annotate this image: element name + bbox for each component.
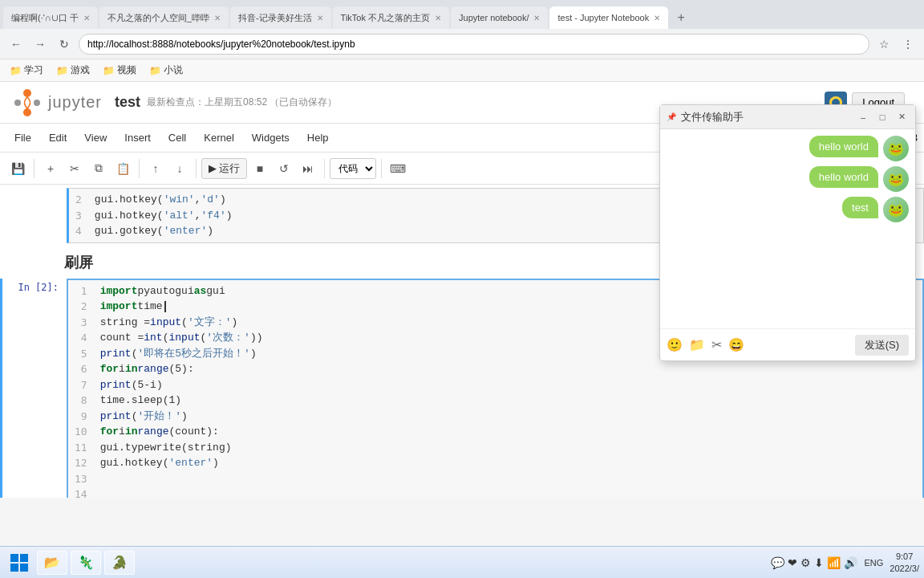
app2-icon: 🐊 [111,555,128,570]
move-up-button[interactable]: ↑ [144,157,167,180]
download-tray-icon[interactable]: ⬇ [814,556,824,569]
bookmark-video[interactable]: 📁 视频 [99,62,140,79]
cell-type-select[interactable]: 代码 [330,158,376,179]
bookmark-fiction[interactable]: 📁 小说 [146,62,186,79]
taskbar-app2[interactable]: 🐊 [104,551,135,575]
tab-5-label: Jupyter notebook/ [459,13,529,22]
chat-messages: hello world 🐸 hello world 🐸 test 🐸 [660,129,915,328]
menu-cell[interactable]: Cell [160,128,194,147]
tab-1[interactable]: 编程啊(·'∩∪口 干 ✕ [3,6,98,29]
save-button[interactable]: 💾 [6,157,29,180]
svg-rect-8 [20,554,28,562]
date-display: 2022/3/ [890,563,919,574]
menu-view[interactable]: View [76,128,115,147]
bookmark-learning[interactable]: 📁 学习 [6,62,47,79]
tab-5-close[interactable]: ✕ [533,14,540,22]
tab-4-label: TikTok 不凡之落的主页 [341,12,430,24]
forward-button[interactable]: → [30,35,50,54]
menu-kernel[interactable]: Kernel [196,128,242,147]
restart-button[interactable]: ↺ [273,157,295,180]
new-tab-button[interactable]: + [670,6,692,29]
emoji-icon[interactable]: 🙂 [667,337,683,352]
more-button[interactable]: ⋮ [898,35,918,54]
more-icon[interactable]: 😄 [728,337,744,352]
cut-cell-button[interactable]: ✂ [63,157,86,180]
volume-tray-icon[interactable]: 🔊 [844,556,857,569]
chat-avatar-3: 🐸 [883,197,909,222]
jupyter-brand: jupyter [48,93,102,112]
browser-toolbar: ← → ↻ ☆ ⋮ [0,29,924,59]
settings-tray-icon[interactable]: ⚙ [800,556,811,569]
pin-icon[interactable]: 📌 [667,112,676,121]
chat-message-2: hello world 🐸 [667,166,909,192]
chat-minimize-button[interactable]: – [856,110,870,124]
address-bar[interactable] [79,34,869,55]
heart-tray-icon[interactable]: ❤ [788,556,797,569]
tab-2[interactable]: 不凡之落的个人空间_哔哔 ✕ [99,6,229,29]
sep-4 [324,159,325,178]
run-label: 运行 [219,161,240,176]
bookmarks-bar: 📁 学习 📁 游戏 📁 视频 📁 小说 [0,59,924,82]
chat-title: 文件传输助手 [681,110,851,124]
windows-logo [10,553,29,572]
scissors-icon[interactable]: ✂ [711,337,722,352]
paste-cell-button[interactable]: 📋 [111,157,134,180]
chat-bubble-1: hello world [809,136,878,157]
wifi-tray-icon[interactable]: 📶 [827,556,841,569]
stop-button[interactable]: ■ [249,157,271,180]
run-button[interactable]: ▶ 运行 [201,158,247,179]
folder-icon-4: 📁 [149,65,161,76]
svg-rect-7 [10,554,18,562]
restart-run-button[interactable]: ⏭ [297,157,319,180]
menu-help[interactable]: Help [299,128,337,147]
menu-file[interactable]: File [6,128,39,147]
folder-icon-2: 📁 [56,65,68,76]
taskbar: 📂 🦎 🐊 💬 ❤ ⚙ ⬇ 📶 🔊 ENG 9:07 2022/3/ [0,546,924,578]
tab-1-close[interactable]: ✕ [83,14,90,22]
tab-4-close[interactable]: ✕ [435,14,441,22]
add-cell-button[interactable]: + [39,157,62,180]
tab-3-label: 抖音-记录美好生活 [238,12,312,24]
tab-6-active[interactable]: test - Jupyter Notebook ✕ [549,6,668,29]
bookmark-games[interactable]: 📁 游戏 [53,62,93,79]
menu-insert[interactable]: Insert [116,128,159,147]
folder-icon: 📁 [10,65,22,76]
tab-2-close[interactable]: ✕ [214,14,221,22]
tray-icons: 💬 ❤ ⚙ ⬇ 📶 🔊 [771,556,857,569]
notebook-name[interactable]: test [115,94,140,111]
chat-send-button[interactable]: 发送(S) [855,335,909,356]
line-numbers: 12345678910111213141516171819 [75,283,94,499]
chat-tray-icon[interactable]: 💬 [771,556,784,569]
tab-3-close[interactable]: ✕ [317,14,323,22]
move-down-button[interactable]: ↓ [168,157,191,180]
chat-title-bar: 📌 文件传输助手 – □ ✕ [660,105,915,129]
menu-edit[interactable]: Edit [41,128,75,147]
folder-icon[interactable]: 📁 [689,337,705,352]
back-button[interactable]: ← [6,35,26,54]
chat-close-button[interactable]: ✕ [894,110,909,124]
jupyter-logo-icon [13,88,42,117]
chat-message-3: test 🐸 [667,197,909,222]
lang-indicator[interactable]: ENG [864,558,883,568]
chat-panel: 📌 文件传输助手 – □ ✕ hello world 🐸 hello world… [659,104,916,361]
chat-toolbar: 🙂 📁 ✂ 😄 发送(S) [660,328,915,360]
menu-widgets[interactable]: Widgets [244,128,298,147]
copy-cell-button[interactable]: ⧉ [87,157,110,180]
tab-5[interactable]: Jupyter notebook/ ✕ [451,6,548,29]
tab-3[interactable]: 抖音-记录美好生活 ✕ [230,6,331,29]
taskbar-clock[interactable]: 9:07 2022/3/ [890,551,919,574]
bookmark-button[interactable]: ☆ [874,35,894,54]
cell-partial-prompt [2,188,67,243]
time-display: 9:07 [890,551,919,562]
svg-rect-9 [10,564,18,572]
taskbar-explorer[interactable]: 📂 [37,551,67,575]
start-button[interactable] [5,550,34,576]
taskbar-app1[interactable]: 🦎 [71,551,101,575]
tab-6-close[interactable]: ✕ [654,14,660,22]
chat-bubble-3: test [842,197,878,218]
reload-button[interactable]: ↻ [55,35,74,54]
keyboard-button[interactable]: ⌨ [387,157,409,180]
chat-maximize-button[interactable]: □ [875,110,890,124]
chat-avatar-2: 🐸 [883,166,909,192]
tab-4[interactable]: TikTok 不凡之落的主页 ✕ [333,6,449,29]
